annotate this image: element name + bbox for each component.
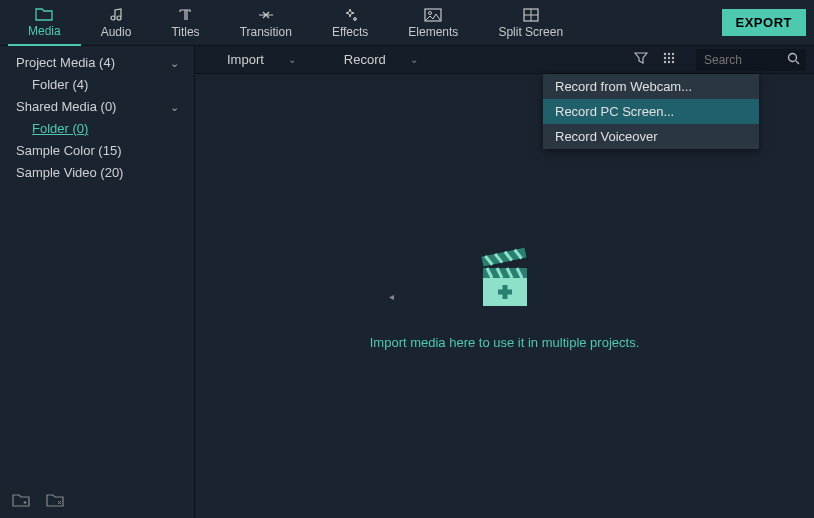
media-tree: Project Media (4) ⌄ Folder (4) Shared Me… xyxy=(0,46,194,190)
tree-item-sample-video[interactable]: Sample Video (20) xyxy=(0,162,194,184)
sidebar-collapse-handle[interactable]: ◂ xyxy=(389,282,395,310)
tree-label: Project Media (4) xyxy=(16,54,170,72)
tab-label: Audio xyxy=(101,25,132,39)
record-menu: Record from Webcam... Record PC Screen..… xyxy=(543,74,759,149)
tab-effects[interactable]: Effects xyxy=(312,0,388,46)
tree-label: Sample Color (15) xyxy=(16,142,184,160)
tab-splitscreen[interactable]: Split Screen xyxy=(478,0,583,46)
tab-titles[interactable]: Titles xyxy=(151,0,219,46)
search-input[interactable] xyxy=(696,49,806,71)
svg-point-4 xyxy=(668,53,670,55)
tree-label: Folder (0) xyxy=(32,120,184,138)
svg-point-8 xyxy=(672,57,674,59)
tree-item-sample-color[interactable]: Sample Color (15) xyxy=(0,140,194,162)
svg-point-6 xyxy=(664,57,666,59)
svg-point-3 xyxy=(664,53,666,55)
record-webcam-item[interactable]: Record from Webcam... xyxy=(543,74,759,99)
sidebar: Project Media (4) ⌄ Folder (4) Shared Me… xyxy=(0,46,195,518)
tree-label: Shared Media (0) xyxy=(16,98,170,116)
tab-label: Split Screen xyxy=(498,25,563,39)
chevron-down-icon: ⌄ xyxy=(288,54,296,65)
tree-item-folder-selected[interactable]: Folder (0) xyxy=(0,118,194,140)
record-voiceover-item[interactable]: Record Voiceover xyxy=(543,124,759,149)
export-button[interactable]: EXPORT xyxy=(722,9,806,36)
sparkle-icon xyxy=(342,7,358,23)
chevron-down-icon: ⌄ xyxy=(410,54,418,65)
tab-label: Titles xyxy=(171,25,199,39)
delete-folder-button[interactable] xyxy=(46,493,64,510)
tree-item-folder[interactable]: Folder (4) xyxy=(0,74,194,96)
transition-icon xyxy=(257,7,275,23)
music-icon xyxy=(108,7,124,23)
tree-item-project-media[interactable]: Project Media (4) ⌄ xyxy=(0,52,194,74)
chevron-down-icon[interactable]: ⌄ xyxy=(170,54,184,72)
tab-audio[interactable]: Audio xyxy=(81,0,152,46)
import-label: Import xyxy=(227,52,264,67)
clapperboard-icon xyxy=(469,242,541,317)
filter-icon[interactable] xyxy=(634,51,648,68)
grid-icon xyxy=(523,7,539,23)
tree-item-shared-media[interactable]: Shared Media (0) ⌄ xyxy=(0,96,194,118)
image-icon xyxy=(424,7,442,23)
svg-point-5 xyxy=(672,53,674,55)
new-folder-button[interactable] xyxy=(12,493,30,510)
text-icon xyxy=(178,7,194,23)
tree-label: Folder (4) xyxy=(32,76,184,94)
svg-point-1 xyxy=(429,11,432,14)
svg-point-10 xyxy=(668,61,670,63)
top-tabbar: Media Audio Titles Transition Effects El… xyxy=(0,0,814,46)
tab-elements[interactable]: Elements xyxy=(388,0,478,46)
tab-label: Transition xyxy=(240,25,292,39)
content-area: Import ⌄ Record ⌄ xyxy=(195,46,814,518)
svg-point-9 xyxy=(664,61,666,63)
import-dropdown[interactable]: Import ⌄ xyxy=(203,52,320,67)
tree-label: Sample Video (20) xyxy=(16,164,184,182)
folder-icon xyxy=(35,6,53,22)
tab-label: Effects xyxy=(332,25,368,39)
import-hint-text: Import media here to use it in multiple … xyxy=(370,335,640,350)
svg-point-11 xyxy=(672,61,674,63)
grid-view-icon[interactable] xyxy=(662,51,676,68)
record-pc-screen-item[interactable]: Record PC Screen... xyxy=(543,99,759,124)
record-label: Record xyxy=(344,52,386,67)
record-dropdown[interactable]: Record ⌄ xyxy=(320,52,442,67)
tab-label: Elements xyxy=(408,25,458,39)
tab-media[interactable]: Media xyxy=(8,0,81,46)
tab-transition[interactable]: Transition xyxy=(220,0,312,46)
search-wrap xyxy=(696,49,806,71)
tab-label: Media xyxy=(28,24,61,38)
svg-point-7 xyxy=(668,57,670,59)
chevron-down-icon[interactable]: ⌄ xyxy=(170,98,184,116)
content-toolbar: Import ⌄ Record ⌄ xyxy=(195,46,814,74)
